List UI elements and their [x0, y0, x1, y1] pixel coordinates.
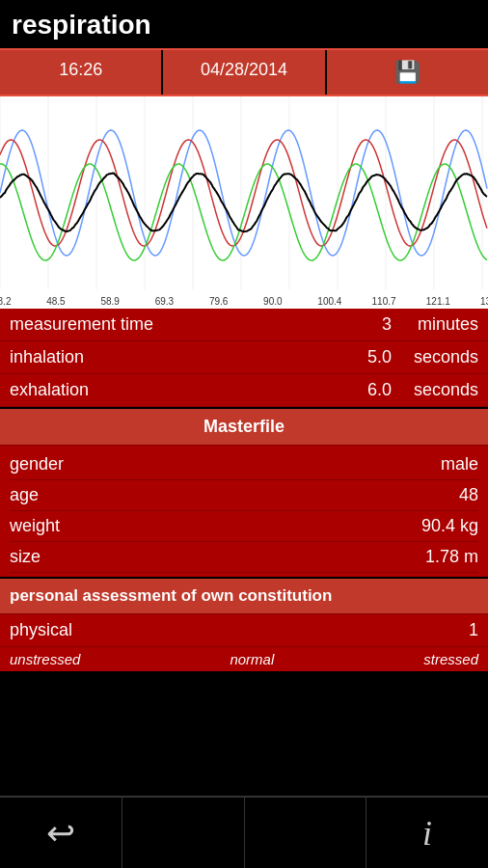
save-icon: 💾 [394, 60, 420, 84]
stats-area: measurement time 3 minutes inhalation 5.… [0, 309, 488, 407]
stat-label-exhalation: exhalation [10, 380, 334, 400]
master-row-size: size 1.78 m [10, 542, 478, 573]
masterfile-header: Masterfile [0, 407, 488, 446]
master-label-gender: gender [10, 454, 441, 475]
stat-value-exhalation: 6.0 [334, 380, 392, 400]
master-value-gender: male [441, 454, 478, 475]
info-button[interactable]: i [366, 798, 488, 868]
stat-unit-exhalation: seconds [401, 380, 478, 400]
master-value-weight: 90.4 kg [421, 516, 478, 536]
respiration-chart [0, 96, 488, 309]
stat-row-exhalation: exhalation 6.0 seconds [0, 374, 488, 407]
masterfile-body: gender male age 48 weight 90.4 kg size 1… [0, 446, 488, 577]
header: respiration [0, 0, 488, 48]
time-display: 16:26 [0, 50, 163, 95]
top-bar: 16:26 04/28/2014 💾 [0, 48, 488, 96]
master-label-size: size [10, 547, 425, 567]
stat-label-inhalation: inhalation [10, 347, 334, 367]
bottom-nav: ↩ i [0, 796, 488, 868]
stat-label-measurement-time: measurement time [10, 314, 334, 335]
assessment-value-physical: 1 [469, 620, 478, 640]
stat-row-inhalation: inhalation 5.0 seconds [0, 341, 488, 374]
assessment-row-physical: physical 1 [0, 614, 488, 647]
assessment-body: physical 1 unstressed normal stressed [0, 614, 488, 673]
page-title: respiration [12, 10, 476, 41]
chart-area: 103.7 s [0, 96, 488, 309]
scale-mid: normal [230, 651, 274, 667]
master-row-weight: weight 90.4 kg [10, 511, 478, 542]
master-label-age: age [10, 485, 459, 505]
stat-unit-measurement-time: minutes [401, 314, 478, 335]
nav-placeholder-1 [122, 798, 245, 868]
master-value-size: 1.78 m [425, 547, 478, 567]
stat-unit-inhalation: seconds [401, 347, 478, 367]
master-row-gender: gender male [10, 449, 478, 480]
info-icon: i [422, 813, 432, 854]
back-icon: ↩ [46, 813, 75, 854]
stat-value-inhalation: 5.0 [334, 347, 392, 367]
stat-row-measurement-time: measurement time 3 minutes [0, 309, 488, 341]
master-label-weight: weight [10, 516, 421, 536]
scale-high: stressed [423, 651, 478, 667]
assessment-header: personal assessment of own constitution [0, 577, 488, 614]
assessment-label-physical: physical [10, 620, 469, 640]
back-button[interactable]: ↩ [0, 798, 122, 868]
master-row-age: age 48 [10, 480, 478, 511]
master-value-age: 48 [459, 485, 478, 505]
date-display: 04/28/2014 [163, 50, 326, 95]
scale-low: unstressed [10, 651, 80, 667]
stat-value-measurement-time: 3 [334, 314, 392, 335]
scale-labels: unstressed normal stressed [0, 647, 488, 673]
nav-placeholder-2 [245, 798, 367, 868]
save-button[interactable]: 💾 [327, 50, 488, 95]
